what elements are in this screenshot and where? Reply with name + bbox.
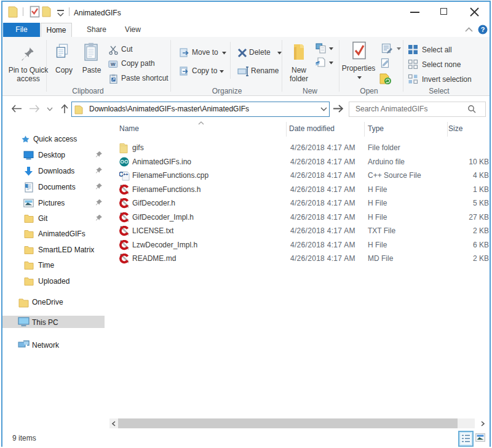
svg-text:W: W: [111, 62, 116, 67]
svg-text:?: ?: [481, 26, 485, 33]
svg-text:++: ++: [123, 172, 128, 177]
